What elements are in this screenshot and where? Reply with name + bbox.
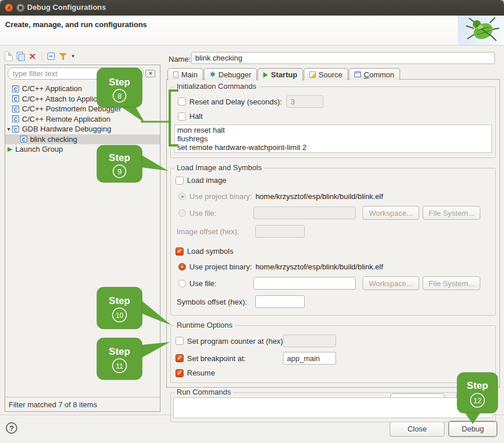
minimize-window-icon[interactable] [16, 3, 25, 12]
c-config-icon [12, 95, 19, 102]
symbols-binary-path: home/krzysztof/esp/blink/build/blink.elf [255, 262, 383, 271]
help-icon[interactable]: ? [6, 422, 17, 434]
tree-item-cpp-postmortem[interactable]: C/C++ Postmortem Debugger [5, 104, 160, 114]
group-title: Run Commands [174, 388, 233, 396]
set-breakpoint-checkbox[interactable] [176, 354, 184, 362]
symbols-use-file-radio[interactable] [178, 280, 186, 287]
tree-item-blink-checking[interactable]: blink checking [5, 134, 160, 145]
program-counter-input [283, 335, 336, 347]
image-use-file-radio [178, 209, 186, 217]
configurations-panel: ✕ C/C++ Application C/C++ Attach to Appl… [5, 65, 160, 412]
set-program-counter-checkbox[interactable] [176, 337, 184, 345]
symbols-offset-input[interactable] [255, 295, 305, 308]
load-symbols-label: Load symbols [187, 247, 233, 256]
dialog-subtitle: Create, manage, and run configurations [5, 20, 147, 29]
load-image-checkbox[interactable] [176, 177, 184, 185]
load-image-label: Load image [187, 176, 226, 185]
reset-and-delay-label: Reset and Delay (seconds): [189, 97, 282, 106]
c-config-icon [12, 115, 19, 122]
name-input[interactable] [191, 52, 495, 64]
image-workspace-button: Workspace... [363, 206, 419, 220]
run-commands-group: Run Commands [170, 392, 496, 422]
breakpoint-input[interactable] [283, 352, 336, 365]
new-configuration-icon[interactable] [5, 51, 13, 61]
init-commands-textarea[interactable]: mon reset halt flushregs set remote hard… [174, 125, 492, 153]
set-breakpoint-label: Set breakpoint at: [187, 354, 246, 363]
c-config-icon [12, 85, 19, 92]
image-use-project-binary-radio [178, 193, 186, 200]
collapse-all-icon[interactable]: − [47, 52, 55, 60]
c-config-icon [12, 126, 19, 133]
tree-item-label: C/C++ Postmortem Debugger [22, 104, 121, 113]
image-file-system-button: File System... [423, 206, 481, 220]
tree-item-cpp-application[interactable]: C/C++ Application [5, 84, 160, 94]
use-file-label: Use file: [189, 209, 216, 217]
clear-filter-icon[interactable]: ✕ [145, 70, 155, 77]
tree-item-label: GDB Hardware Debugging [22, 125, 111, 133]
image-offset-input [255, 225, 305, 238]
resume-label: Resume [187, 369, 215, 377]
group-title: Runtime Options [174, 321, 235, 329]
initialization-commands-group: Initialization Commands Reset and Delay … [170, 87, 496, 158]
source-icon [309, 72, 316, 78]
tree-item-cpp-remote[interactable]: C/C++ Remote Application [5, 114, 160, 125]
reset-and-delay-checkbox[interactable] [178, 97, 186, 106]
tab-common[interactable]: Common [349, 68, 400, 80]
group-title: Load Image and Symbols [174, 163, 264, 172]
use-project-binary-label: Use project binary: [189, 262, 252, 271]
tree-item-label: Launch Group [15, 145, 62, 153]
symbols-file-input[interactable] [253, 277, 356, 290]
tab-main[interactable]: Main [167, 68, 203, 80]
symbols-workspace-button: Workspace... [363, 276, 419, 290]
resume-checkbox[interactable] [176, 369, 184, 377]
tree-item-label: C/C++ Attach to Application [22, 95, 113, 103]
close-button[interactable]: Close [390, 422, 445, 437]
bug-logo [458, 16, 504, 45]
tree-item-gdb-hardware-debugging[interactable]: ▾ GDB Hardware Debugging [5, 124, 160, 134]
halt-checkbox[interactable] [178, 112, 186, 121]
reset-delay-input [286, 95, 323, 108]
tree-item-launch-group[interactable]: ▶ Launch Group [5, 144, 160, 155]
tree-item-label: C/C++ Remote Application [22, 115, 110, 123]
duplicate-configuration-icon[interactable] [17, 52, 25, 61]
load-symbols-checkbox[interactable] [176, 247, 184, 256]
header-banner: Create, manage, and run configurations [0, 16, 504, 46]
use-project-binary-label: Use project binary: [189, 192, 252, 201]
tab-label: Startup [271, 70, 297, 79]
tree-item-label: blink checking [30, 135, 77, 144]
tab-debugger[interactable]: ✱ Debugger [204, 68, 257, 80]
bug-icon [458, 16, 504, 45]
tab-startup[interactable]: Startup [257, 68, 303, 81]
tab-label: Common [364, 70, 394, 79]
close-window-icon[interactable]: × [5, 3, 13, 12]
startup-play-icon [263, 72, 268, 78]
image-binary-path: home/krzysztof/esp/blink/build/blink.elf [255, 192, 383, 201]
tree-item-label: C/C++ Application [22, 84, 82, 93]
filter-launch-icon[interactable] [59, 52, 67, 61]
tab-label: Source [319, 70, 342, 79]
tab-source[interactable]: Source [304, 68, 348, 80]
debug-button[interactable]: Debug [449, 421, 497, 437]
runtime-options-group: Runtime Options Set program counter at (… [170, 325, 496, 383]
tree-item-cpp-attach[interactable]: C/C++ Attach to Application [5, 94, 160, 104]
debug-configurations-dialog: × Debug Configurations Create, manage, a… [0, 0, 504, 443]
filter-status-text: Filter matched 7 of 8 items [5, 397, 160, 411]
c-config-icon [20, 136, 27, 142]
configurations-tree: C/C++ Application C/C++ Attach to Applic… [5, 84, 160, 155]
filter-menu-caret-icon[interactable]: ▼ [71, 54, 76, 59]
launch-group-icon: ▶ [8, 145, 12, 153]
startup-tab-content: Initialization Commands Reset and Delay … [166, 79, 500, 388]
symbols-offset-label: Symbols offset (hex): [177, 298, 249, 306]
delete-configuration-icon[interactable]: ✕ [29, 52, 36, 61]
use-file-label: Use file: [189, 279, 216, 288]
window-title: Debug Configurations [27, 3, 106, 12]
filter-input[interactable] [8, 67, 144, 80]
run-commands-textarea[interactable] [173, 397, 493, 418]
halt-label: Halt [189, 112, 203, 121]
image-offset-label: Image offset (hex): [177, 227, 249, 236]
expanded-arrow-icon[interactable]: ▾ [5, 126, 12, 132]
common-window-icon [354, 72, 361, 77]
symbols-use-project-binary-radio[interactable] [178, 263, 186, 271]
symbols-file-system-button: File System... [423, 276, 481, 290]
configurations-toolbar: ✕ − ▼ [5, 50, 76, 62]
